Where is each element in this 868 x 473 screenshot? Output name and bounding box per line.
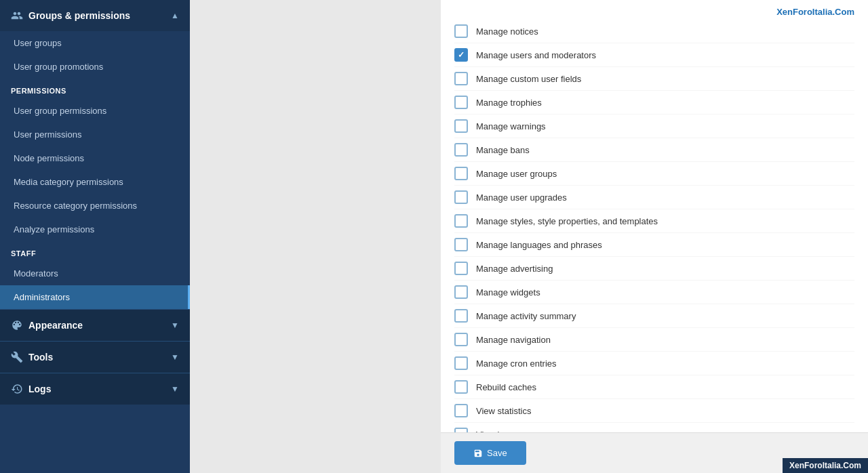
permission-item-manage-bans: Manage bans <box>454 138 854 162</box>
permission-label-manage-trophies: Manage trophies <box>476 98 542 108</box>
sidebar-item-analyze-permissions[interactable]: Analyze permissions <box>0 218 190 241</box>
permission-label-manage-user-groups: Manage user groups <box>476 169 557 179</box>
sidebar-section-groups-permissions[interactable]: Groups & permissions ▲ <box>0 0 190 31</box>
appearance-icon <box>11 319 23 331</box>
permission-item-manage-custom-user-fields: Manage custom user fields <box>454 67 854 91</box>
checkbox-manage-notices[interactable] <box>454 24 468 38</box>
checkbox-view-statistics[interactable] <box>454 404 468 417</box>
sidebar-item-user-permissions[interactable]: User permissions <box>0 123 190 146</box>
sidebar-item-media-category-permissions[interactable]: Media category permissions <box>0 170 190 194</box>
sidebar-item-label: Resource category permissions <box>14 201 137 211</box>
permission-label-manage-warnings: Manage warnings <box>476 121 546 131</box>
save-icon <box>473 449 483 458</box>
permissions-panel: XenForoItalia.Com Manage noticesManage u… <box>441 0 868 432</box>
sidebar-section-appearance[interactable]: Appearance ▼ <box>0 309 190 341</box>
checkbox-view-logs[interactable] <box>454 428 468 432</box>
permission-label-manage-languages: Manage languages and phrases <box>476 240 602 250</box>
sidebar-item-label: Administrators <box>14 292 70 302</box>
save-button[interactable]: Save <box>454 441 526 465</box>
bottom-watermark: XenForoItalia.Com <box>783 458 868 473</box>
checkbox-manage-user-upgrades[interactable] <box>454 190 468 204</box>
permission-label-manage-user-upgrades: Manage user upgrades <box>476 192 567 203</box>
permission-label-manage-users-moderators: Manage users and moderators <box>476 50 596 60</box>
permission-label-manage-advertising: Manage advertising <box>476 264 553 274</box>
permission-label-manage-custom-user-fields: Manage custom user fields <box>476 74 581 84</box>
permissions-category: Permissions <box>0 79 190 99</box>
sidebar-item-label: User groups <box>14 38 62 48</box>
tools-icon <box>11 351 23 363</box>
permission-item-manage-widgets: Manage widgets <box>454 281 854 304</box>
chevron-down-icon3: ▼ <box>171 384 179 394</box>
sidebar-item-node-permissions[interactable]: Node permissions <box>0 146 190 170</box>
sidebar-item-user-group-promotions[interactable]: User group promotions <box>0 55 190 79</box>
permission-item-rebuild-caches: Rebuild caches <box>454 375 854 399</box>
sidebar-item-label: Analyze permissions <box>14 224 94 234</box>
sidebar-item-administrators[interactable]: Administrators <box>0 285 190 309</box>
permission-label-manage-styles: Manage styles, style properties, and tem… <box>476 216 658 226</box>
tools-label: Tools <box>28 352 53 363</box>
sidebar-item-moderators[interactable]: Moderators <box>0 262 190 285</box>
permission-item-manage-users-moderators: Manage users and moderators <box>454 43 854 67</box>
permission-item-manage-activity-summary: Manage activity summary <box>454 304 854 328</box>
checkbox-manage-advertising[interactable] <box>454 262 468 275</box>
checkbox-manage-activity-summary[interactable] <box>454 309 468 323</box>
checkbox-rebuild-caches[interactable] <box>454 380 468 394</box>
permission-label-rebuild-caches: Rebuild caches <box>476 382 536 392</box>
checkbox-manage-custom-user-fields[interactable] <box>454 72 468 85</box>
checkbox-manage-trophies[interactable] <box>454 96 468 109</box>
permission-label-manage-activity-summary: Manage activity summary <box>476 311 576 321</box>
permission-item-manage-notices: Manage notices <box>454 20 854 43</box>
permission-item-view-logs: View logs <box>454 423 854 432</box>
sidebar-item-resource-category-permissions[interactable]: Resource category permissions <box>0 194 190 218</box>
checkbox-manage-cron-entries[interactable] <box>454 356 468 370</box>
permission-item-view-statistics: View statistics <box>454 399 854 423</box>
sidebar: Groups & permissions ▲ User groups User … <box>0 0 190 473</box>
sidebar-item-user-group-permissions[interactable]: User group permissions <box>0 99 190 123</box>
groups-permissions-label: Groups & permissions <box>28 10 130 21</box>
sidebar-item-label: Media category permissions <box>14 177 123 187</box>
permission-item-manage-navigation: Manage navigation <box>454 328 854 352</box>
checkbox-manage-languages[interactable] <box>454 238 468 251</box>
sidebar-item-label: Moderators <box>14 268 58 279</box>
chevron-down-icon2: ▼ <box>171 352 179 362</box>
staff-category: Staff <box>0 241 190 262</box>
permission-item-manage-trophies: Manage trophies <box>454 91 854 115</box>
permission-label-view-statistics: View statistics <box>476 406 531 416</box>
permission-item-manage-styles: Manage styles, style properties, and tem… <box>454 209 854 233</box>
sidebar-item-label: User group permissions <box>14 106 106 116</box>
sidebar-item-label: Node permissions <box>14 153 84 163</box>
permission-label-manage-bans: Manage bans <box>476 145 530 155</box>
users-icon <box>11 9 23 22</box>
chevron-up-icon: ▲ <box>171 11 179 20</box>
left-panel <box>190 0 441 473</box>
checkbox-manage-users-moderators[interactable] <box>454 48 468 62</box>
logs-label: Logs <box>28 384 51 394</box>
permission-label-manage-navigation: Manage navigation <box>476 335 551 345</box>
checkbox-manage-warnings[interactable] <box>454 119 468 133</box>
permission-item-manage-user-upgrades: Manage user upgrades <box>454 186 854 209</box>
checkbox-manage-user-groups[interactable] <box>454 167 468 180</box>
checkbox-manage-navigation[interactable] <box>454 333 468 346</box>
permission-item-manage-advertising: Manage advertising <box>454 257 854 281</box>
permission-item-manage-cron-entries: Manage cron entries <box>454 352 854 375</box>
chevron-down-icon: ▼ <box>171 321 179 330</box>
sidebar-item-label: User group promotions <box>14 62 103 72</box>
permission-item-manage-user-groups: Manage user groups <box>454 162 854 186</box>
checkbox-manage-styles[interactable] <box>454 214 468 228</box>
appearance-label: Appearance <box>28 320 83 331</box>
sidebar-item-label: User permissions <box>14 129 81 140</box>
permission-label-manage-widgets: Manage widgets <box>476 287 540 297</box>
sidebar-section-logs[interactable]: Logs ▼ <box>0 373 190 405</box>
permission-item-manage-languages: Manage languages and phrases <box>454 233 854 257</box>
checkbox-manage-bans[interactable] <box>454 143 468 157</box>
save-button-label: Save <box>487 448 507 458</box>
permission-label-manage-notices: Manage notices <box>476 26 538 37</box>
checkbox-manage-widgets[interactable] <box>454 285 468 299</box>
sidebar-section-tools[interactable]: Tools ▼ <box>0 341 190 373</box>
logs-icon <box>11 383 23 395</box>
permission-label-manage-cron-entries: Manage cron entries <box>476 358 557 369</box>
permission-item-manage-warnings: Manage warnings <box>454 115 854 138</box>
sidebar-item-user-groups[interactable]: User groups <box>0 31 190 55</box>
watermark-top: XenForoItalia.Com <box>776 3 854 21</box>
